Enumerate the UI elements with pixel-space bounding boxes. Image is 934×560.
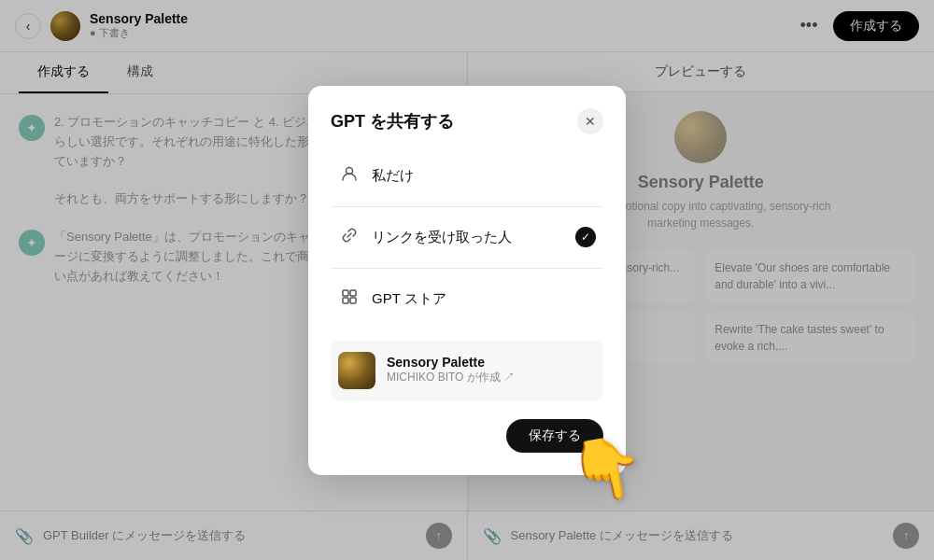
option-store[interactable]: GPT ストア bbox=[331, 276, 603, 322]
check-icon: ✓ bbox=[575, 227, 596, 247]
svg-rect-4 bbox=[350, 298, 356, 303]
divider-2 bbox=[331, 268, 603, 269]
save-button[interactable]: 保存する bbox=[506, 419, 603, 453]
modal-gpt-row: Sensory Palette MICHIKO BITO が作成 ↗ bbox=[331, 341, 603, 400]
modal-gpt-info: Sensory Palette MICHIKO BITO が作成 ↗ bbox=[387, 355, 515, 385]
modal-gpt-avatar bbox=[338, 352, 375, 389]
link-icon bbox=[338, 226, 361, 249]
svg-rect-2 bbox=[350, 290, 356, 296]
modal-options: 私だけ リンクを受け取った人 ✓ bbox=[331, 153, 603, 322]
person-icon bbox=[338, 164, 361, 188]
share-modal: GPT を共有する ✕ 私だけ bbox=[308, 86, 626, 475]
modal-close-button[interactable]: ✕ bbox=[577, 108, 603, 134]
divider-1 bbox=[331, 206, 603, 207]
modal-overlay: GPT を共有する ✕ 私だけ bbox=[0, 0, 934, 560]
svg-rect-3 bbox=[343, 298, 348, 303]
option-link[interactable]: リンクを受け取った人 ✓ bbox=[331, 215, 603, 260]
modal-gpt-author: MICHIKO BITO が作成 ↗ bbox=[387, 370, 515, 385]
modal-header: GPT を共有する ✕ bbox=[331, 108, 603, 134]
modal-title: GPT を共有する bbox=[331, 110, 454, 133]
store-icon bbox=[338, 287, 361, 311]
modal-footer: 保存する bbox=[331, 419, 603, 453]
option-link-label: リンクを受け取った人 bbox=[372, 229, 512, 246]
option-private[interactable]: 私だけ bbox=[331, 153, 603, 199]
modal-gpt-name: Sensory Palette bbox=[387, 355, 515, 370]
option-store-label: GPT ストア bbox=[372, 290, 446, 308]
option-private-label: 私だけ bbox=[372, 167, 414, 185]
svg-rect-1 bbox=[343, 290, 348, 296]
